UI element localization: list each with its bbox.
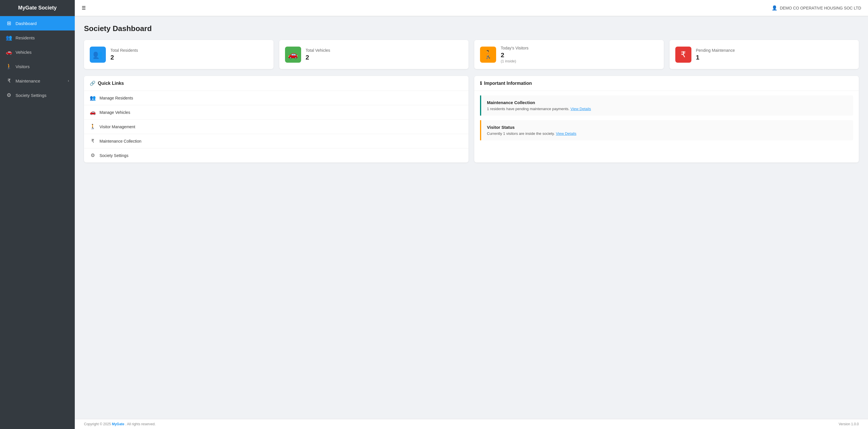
quick-link-label-visitor-management: Visitor Management bbox=[99, 124, 135, 129]
dashboard-icon: ⊞ bbox=[6, 20, 12, 26]
sidebar-item-society-settings[interactable]: ⚙ Society Settings bbox=[0, 88, 75, 102]
sidebar-item-vehicles[interactable]: 🚗 Vehicles bbox=[0, 45, 75, 59]
important-info-icon: ℹ bbox=[480, 81, 482, 86]
info-link-maintenance-collection-info[interactable]: View Details bbox=[570, 107, 591, 111]
info-link-visitor-status-info[interactable]: View Details bbox=[556, 131, 577, 136]
stat-info-total-residents: Total Residents 2 bbox=[111, 48, 138, 61]
quick-link-label-society-settings-link: Society Settings bbox=[99, 153, 128, 158]
sidebar-item-label-society-settings: Society Settings bbox=[16, 93, 46, 98]
topbar: ☰ 👤 DEMO CO OPERATIVE HOUSING SOC LTD bbox=[75, 0, 868, 16]
stat-label-total-vehicles: Total Vehicles bbox=[306, 48, 331, 53]
quick-links-icon: 🔗 bbox=[90, 81, 95, 86]
stat-label-pending-maintenance: Pending Maintenance bbox=[696, 48, 735, 53]
bottom-row: 🔗 Quick Links 👥 Manage Residents 🚗 Manag… bbox=[84, 76, 859, 162]
page-title: Society Dashboard bbox=[84, 24, 859, 33]
visitors-icon: 🚶 bbox=[6, 63, 12, 69]
main: ☰ 👤 DEMO CO OPERATIVE HOUSING SOC LTD So… bbox=[75, 0, 868, 429]
stat-icon-pending-maintenance: ₹ bbox=[675, 47, 691, 63]
stat-value-total-residents: 2 bbox=[111, 54, 138, 61]
maintenance-icon: ₹ bbox=[6, 78, 12, 84]
quick-link-visitor-management[interactable]: 🚶 Visitor Management bbox=[84, 120, 468, 134]
nav-items: ⊞ Dashboard 👥 Residents 🚗 Vehicles 🚶 Vis… bbox=[0, 16, 75, 102]
info-text-maintenance-collection-info: 1 residents have pending maintenance pay… bbox=[487, 107, 847, 111]
stat-value-total-vehicles: 2 bbox=[306, 54, 331, 61]
stat-card-todays-visitors: 🚶 Today's Visitors 2 (1 inside) bbox=[474, 40, 664, 69]
topbar-left: ☰ bbox=[82, 5, 86, 11]
sidebar-item-label-visitors: Visitors bbox=[16, 64, 30, 69]
menu-icon[interactable]: ☰ bbox=[82, 5, 86, 11]
sidebar-item-dashboard[interactable]: ⊞ Dashboard bbox=[0, 16, 75, 30]
quick-link-label-manage-residents: Manage Residents bbox=[99, 96, 133, 100]
sidebar-item-label-vehicles: Vehicles bbox=[16, 50, 32, 55]
residents-icon: 👥 bbox=[6, 34, 12, 41]
info-title-visitor-status-info: Visitor Status bbox=[487, 125, 847, 130]
stat-icon-total-vehicles: 🚗 bbox=[285, 47, 301, 63]
stats-row: 👥 Total Residents 2 🚗 Total Vehicles 2 🚶… bbox=[84, 40, 859, 69]
stat-icon-total-residents: 👥 bbox=[90, 47, 106, 63]
footer-rights: . All rights reserved. bbox=[125, 422, 156, 426]
stat-card-pending-maintenance: ₹ Pending Maintenance 1 bbox=[670, 40, 859, 69]
quick-links-header: 🔗 Quick Links bbox=[84, 76, 468, 91]
maintenance-collection-icon: ₹ bbox=[90, 138, 95, 144]
info-card-visitor-status-info: Visitor Status Currently 1 visitors are … bbox=[480, 120, 853, 140]
info-cards: Maintenance Collection 1 residents have … bbox=[474, 95, 859, 140]
topbar-right: 👤 DEMO CO OPERATIVE HOUSING SOC LTD bbox=[772, 5, 861, 11]
footer-copyright: Copyright © 2025 MyGate . All rights res… bbox=[84, 422, 156, 426]
stat-label-todays-visitors: Today's Visitors bbox=[501, 46, 529, 50]
important-info-header: ℹ Important Information bbox=[474, 76, 859, 91]
sidebar-item-maintenance[interactable]: ₹ Maintenance ‹ bbox=[0, 73, 75, 88]
stat-info-todays-visitors: Today's Visitors 2 (1 inside) bbox=[501, 46, 529, 63]
quick-links-items: 👥 Manage Residents 🚗 Manage Vehicles 🚶 V… bbox=[84, 91, 468, 162]
sidebar: MyGate Society ⊞ Dashboard 👥 Residents 🚗… bbox=[0, 0, 75, 429]
stat-value-pending-maintenance: 1 bbox=[696, 54, 735, 61]
sidebar-item-visitors[interactable]: 🚶 Visitors bbox=[0, 59, 75, 73]
footer-version: Version 1.0.0 bbox=[839, 422, 859, 426]
maintenance-arrow-icon: ‹ bbox=[68, 79, 69, 83]
sidebar-item-label-maintenance: Maintenance bbox=[16, 79, 40, 83]
quick-link-maintenance-collection[interactable]: ₹ Maintenance Collection bbox=[84, 134, 468, 148]
society-settings-link-icon: ⚙ bbox=[90, 152, 95, 158]
user-icon: 👤 bbox=[772, 5, 777, 11]
info-text-visitor-status-info: Currently 1 visitors are inside the soci… bbox=[487, 131, 847, 136]
visitor-management-icon: 🚶 bbox=[90, 124, 95, 130]
stat-info-pending-maintenance: Pending Maintenance 1 bbox=[696, 48, 735, 61]
important-info-panel: ℹ Important Information Maintenance Coll… bbox=[474, 76, 859, 162]
quick-link-label-maintenance-collection: Maintenance Collection bbox=[99, 139, 142, 144]
quick-link-society-settings-link[interactable]: ⚙ Society Settings bbox=[84, 148, 468, 162]
info-card-maintenance-collection-info: Maintenance Collection 1 residents have … bbox=[480, 95, 853, 116]
stat-value-todays-visitors: 2 bbox=[501, 52, 529, 59]
stat-card-total-vehicles: 🚗 Total Vehicles 2 bbox=[279, 40, 469, 69]
footer: Copyright © 2025 MyGate . All rights res… bbox=[75, 419, 868, 429]
quick-links-panel: 🔗 Quick Links 👥 Manage Residents 🚗 Manag… bbox=[84, 76, 468, 162]
stat-info-total-vehicles: Total Vehicles 2 bbox=[306, 48, 331, 61]
sidebar-item-label-dashboard: Dashboard bbox=[16, 21, 36, 26]
stat-card-total-residents: 👥 Total Residents 2 bbox=[84, 40, 274, 69]
manage-vehicles-icon: 🚗 bbox=[90, 109, 95, 115]
quick-links-title: Quick Links bbox=[98, 81, 124, 86]
footer-brand[interactable]: MyGate bbox=[112, 422, 124, 426]
sidebar-item-label-residents: Residents bbox=[16, 35, 35, 40]
user-label: DEMO CO OPERATIVE HOUSING SOC LTD bbox=[780, 6, 861, 10]
stat-label-total-residents: Total Residents bbox=[111, 48, 138, 53]
info-title-maintenance-collection-info: Maintenance Collection bbox=[487, 100, 847, 105]
sidebar-item-residents[interactable]: 👥 Residents bbox=[0, 30, 75, 45]
quick-link-label-manage-vehicles: Manage Vehicles bbox=[99, 110, 130, 115]
quick-link-manage-vehicles[interactable]: 🚗 Manage Vehicles bbox=[84, 105, 468, 120]
stat-icon-todays-visitors: 🚶 bbox=[480, 47, 496, 63]
society-settings-icon: ⚙ bbox=[6, 92, 12, 98]
vehicles-icon: 🚗 bbox=[6, 49, 12, 55]
content: Society Dashboard 👥 Total Residents 2 🚗 … bbox=[75, 16, 868, 419]
stat-sub-todays-visitors: (1 inside) bbox=[501, 59, 529, 63]
sidebar-brand: MyGate Society bbox=[0, 0, 75, 16]
quick-link-manage-residents[interactable]: 👥 Manage Residents bbox=[84, 91, 468, 105]
important-info-title: Important Information bbox=[484, 81, 532, 86]
manage-residents-icon: 👥 bbox=[90, 95, 95, 101]
